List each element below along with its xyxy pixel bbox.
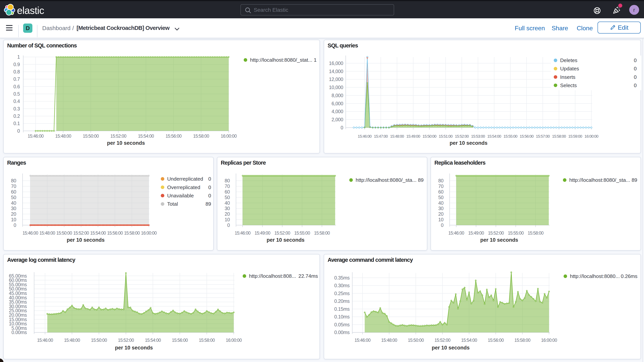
- svg-text:50: 50: [438, 195, 444, 200]
- svg-text:15:52:00: 15:52:00: [110, 134, 126, 138]
- svg-text:50: 50: [225, 195, 230, 200]
- svg-text:16:00:00: 16:00:00: [541, 338, 557, 343]
- svg-text:r: r: [633, 7, 635, 13]
- svg-text:1: 1: [314, 57, 316, 63]
- svg-text:15:46:00: 15:46:00: [28, 134, 44, 138]
- svg-text:0: 0: [14, 222, 16, 228]
- svg-text:15:50:00: 15:50:00: [83, 134, 99, 138]
- svg-text:8,000: 8,000: [332, 93, 343, 98]
- svg-text:10,000: 10,000: [329, 84, 343, 90]
- svg-text:0: 0: [634, 74, 637, 80]
- svg-text:16:00:00: 16:00:00: [221, 134, 236, 138]
- svg-text:0.3: 0.3: [13, 106, 20, 112]
- svg-text:15:48:00: 15:48:00: [390, 134, 404, 138]
- svg-text:15:54:00: 15:54:00: [461, 338, 477, 343]
- svg-text:15:54:00: 15:54:00: [145, 338, 161, 343]
- svg-text:Updates: Updates: [560, 66, 579, 72]
- svg-text:0: 0: [634, 82, 637, 88]
- svg-text:0: 0: [208, 184, 211, 190]
- svg-text:0.25ms: 0.25ms: [334, 291, 350, 296]
- svg-text:15:47:00: 15:47:00: [374, 134, 388, 138]
- svg-text:50: 50: [11, 195, 16, 200]
- svg-text:40: 40: [438, 200, 444, 206]
- svg-text:16,000: 16,000: [329, 60, 343, 66]
- svg-text:16:00:00: 16:00:00: [141, 230, 156, 236]
- svg-text:http://localhost:8080/_sta...: http://localhost:8080/_sta...: [570, 177, 630, 183]
- svg-text:15:52:00: 15:52:00: [118, 338, 134, 343]
- svg-text:Inserts: Inserts: [560, 74, 575, 80]
- svg-text:15:55:00: 15:55:00: [508, 230, 524, 236]
- svg-text:15:52:00: 15:52:00: [455, 134, 469, 138]
- svg-text:65.00ms: 65.00ms: [9, 273, 27, 278]
- svg-text:per 10 seconds: per 10 seconds: [432, 345, 470, 351]
- svg-text:0.35ms: 0.35ms: [334, 275, 350, 280]
- svg-text:70: 70: [11, 184, 16, 189]
- svg-text:Total: Total: [167, 201, 178, 207]
- svg-text:15:52:00: 15:52:00: [73, 230, 89, 236]
- svg-text:60: 60: [225, 189, 230, 194]
- svg-text:Unavailable: Unavailable: [167, 193, 194, 198]
- svg-text:0.8: 0.8: [13, 69, 20, 74]
- svg-text:per 10 seconds: per 10 seconds: [115, 345, 153, 351]
- svg-text:15:58:00: 15:58:00: [552, 134, 566, 138]
- svg-text:0.9: 0.9: [13, 62, 20, 67]
- svg-text:per 10 seconds: per 10 seconds: [107, 140, 145, 146]
- svg-text:16:00:00: 16:00:00: [226, 338, 242, 343]
- svg-text:http://localhost:8080/_stat...: http://localhost:8080/_stat...: [250, 57, 312, 63]
- svg-text:Selects: Selects: [560, 82, 577, 88]
- svg-text:6,000: 6,000: [332, 101, 343, 106]
- svg-text:30: 30: [438, 206, 444, 211]
- svg-text:0.05ms: 0.05ms: [334, 322, 350, 327]
- svg-text:per 10 seconds: per 10 seconds: [450, 140, 488, 146]
- svg-text:15:58:00: 15:58:00: [514, 338, 530, 343]
- svg-text:15:54:00: 15:54:00: [138, 134, 154, 138]
- svg-text:0.10ms: 0.10ms: [334, 314, 350, 320]
- svg-text:0.1: 0.1: [13, 121, 20, 126]
- svg-text:89: 89: [206, 201, 211, 207]
- svg-text:15:46:00: 15:46:00: [37, 338, 53, 343]
- svg-text:12,000: 12,000: [329, 76, 343, 82]
- svg-text:15:48:00: 15:48:00: [55, 134, 71, 138]
- svg-text:per 10 seconds: per 10 seconds: [480, 237, 518, 243]
- svg-text:20: 20: [11, 211, 16, 217]
- svg-text:0.00ms: 0.00ms: [334, 330, 350, 335]
- svg-text:0.5: 0.5: [13, 91, 20, 96]
- svg-text:0.26ms: 0.26ms: [621, 273, 638, 279]
- svg-text:30: 30: [225, 206, 230, 211]
- svg-text:15:50:00: 15:50:00: [91, 338, 107, 343]
- svg-text:15:50:00: 15:50:00: [422, 134, 436, 138]
- svg-text:0: 0: [208, 176, 211, 182]
- svg-text:15:54:00: 15:54:00: [487, 134, 501, 138]
- svg-text:15:53:00: 15:53:00: [471, 134, 485, 138]
- svg-text:15:58:00: 15:58:00: [199, 338, 214, 343]
- svg-text:15:49:00: 15:49:00: [468, 230, 484, 236]
- svg-text:0.15ms: 0.15ms: [334, 306, 350, 312]
- svg-text:0.7: 0.7: [13, 76, 20, 82]
- svg-text:15:50:00: 15:50:00: [408, 338, 424, 343]
- svg-text:15:52:00: 15:52:00: [274, 230, 290, 236]
- svg-text:0.20ms: 0.20ms: [334, 298, 350, 304]
- svg-text:80: 80: [225, 178, 230, 183]
- svg-text:10: 10: [11, 217, 16, 222]
- svg-text:80: 80: [11, 178, 16, 183]
- svg-text:http://localhost:808...: http://localhost:808...: [249, 273, 296, 279]
- svg-text:0.6: 0.6: [13, 84, 20, 89]
- svg-text:0: 0: [441, 222, 444, 228]
- svg-text:15:54:00: 15:54:00: [90, 230, 106, 236]
- svg-text:40: 40: [11, 200, 16, 206]
- svg-text:15:57:00: 15:57:00: [536, 134, 550, 138]
- svg-text:15:52:00: 15:52:00: [434, 338, 450, 343]
- svg-text:15:48:00: 15:48:00: [39, 230, 55, 236]
- svg-text:20: 20: [438, 211, 444, 217]
- svg-text:10: 10: [225, 217, 230, 222]
- svg-text:0.2: 0.2: [13, 113, 20, 119]
- svg-text:14,000: 14,000: [329, 68, 343, 74]
- svg-text:20: 20: [225, 211, 230, 217]
- svg-text:2,000: 2,000: [332, 117, 343, 122]
- svg-text:0.30ms: 0.30ms: [334, 283, 350, 288]
- svg-text:15:52:00: 15:52:00: [488, 230, 504, 236]
- svg-text:70: 70: [438, 184, 444, 189]
- svg-text:per 10 seconds: per 10 seconds: [67, 237, 105, 243]
- svg-text:0: 0: [208, 193, 211, 198]
- svg-text:15:58:00: 15:58:00: [193, 134, 209, 138]
